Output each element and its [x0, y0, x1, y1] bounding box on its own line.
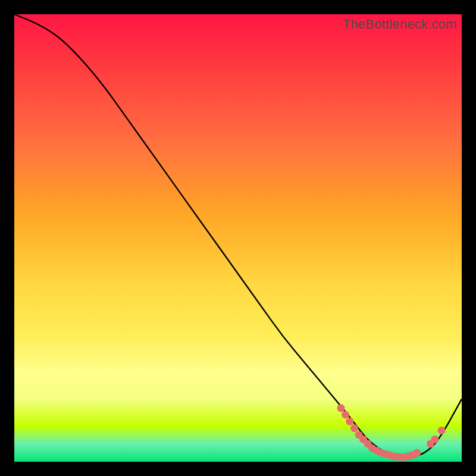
curve-markers: [337, 404, 446, 461]
curve-marker: [431, 436, 439, 443]
curve-marker: [350, 424, 358, 432]
chart-svg: [14, 14, 462, 462]
curve-marker: [346, 418, 354, 425]
chart-frame: TheBottleneck.com: [0, 0, 476, 476]
bottleneck-curve-path: [14, 14, 462, 458]
curve-marker: [342, 411, 349, 419]
curve-marker: [337, 404, 345, 412]
curve-marker: [413, 449, 421, 457]
curve-marker: [438, 427, 446, 434]
chart-plot-area: TheBottleneck.com: [14, 14, 462, 462]
